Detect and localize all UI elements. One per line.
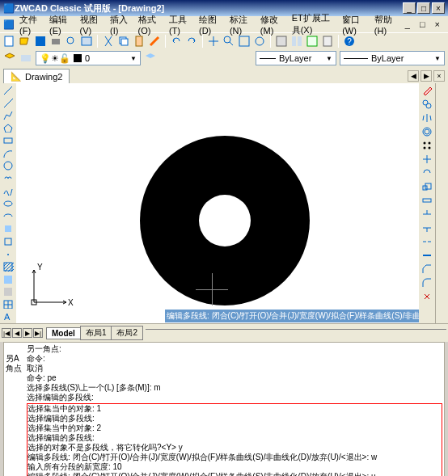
- pline-icon[interactable]: [2, 110, 14, 120]
- doc-min[interactable]: _: [400, 18, 415, 31]
- doc-close[interactable]: ×: [430, 18, 445, 31]
- tab-layout2[interactable]: 布局2: [111, 326, 143, 340]
- stretch-icon[interactable]: [421, 195, 433, 206]
- line-icon[interactable]: [2, 85, 14, 95]
- vertical-scrollbar[interactable]: [435, 83, 448, 323]
- zoom-icon[interactable]: [222, 35, 235, 48]
- fillet-icon[interactable]: [421, 277, 433, 289]
- menu-file[interactable]: 文件(F): [15, 12, 44, 37]
- doc-max[interactable]: □: [415, 18, 430, 31]
- save-icon[interactable]: [34, 35, 47, 48]
- cut-icon[interactable]: [102, 35, 115, 48]
- menu-dim[interactable]: 标注(N): [225, 12, 256, 37]
- menu-draw[interactable]: 绘图(D): [194, 12, 225, 37]
- layer-state-icon[interactable]: [19, 52, 32, 65]
- minimize-button[interactable]: _: [403, 2, 416, 14]
- dropdown-icon: ▼: [130, 55, 137, 62]
- trim-icon[interactable]: [421, 209, 433, 220]
- toolpal-icon[interactable]: [306, 35, 319, 48]
- break-icon[interactable]: [421, 236, 433, 247]
- publish-icon[interactable]: [80, 35, 93, 48]
- move-icon[interactable]: [421, 154, 433, 165]
- zoomprev-icon[interactable]: [253, 35, 266, 48]
- close-button[interactable]: ×: [432, 2, 445, 14]
- xline-icon[interactable]: [2, 98, 14, 108]
- cmd-line: 另一角点:: [27, 344, 442, 354]
- menu-format[interactable]: 格式(O): [133, 12, 164, 37]
- tab-next[interactable]: ▶: [421, 70, 432, 82]
- chamfer-icon[interactable]: [421, 263, 433, 275]
- polygon-icon[interactable]: [2, 123, 14, 133]
- mtext-icon[interactable]: A: [2, 311, 14, 322]
- menu-view[interactable]: 视图(V): [75, 12, 106, 37]
- undo-icon[interactable]: [170, 35, 183, 48]
- copy2-icon[interactable]: [421, 99, 433, 110]
- preview-icon[interactable]: [65, 35, 78, 48]
- point-icon[interactable]: [2, 249, 14, 259]
- maximize-button[interactable]: □: [417, 2, 430, 14]
- props-icon[interactable]: [275, 35, 288, 48]
- menu-edit[interactable]: 编辑(E): [44, 12, 75, 37]
- scale-icon[interactable]: [421, 181, 433, 192]
- extend-icon[interactable]: [421, 222, 433, 234]
- menu-et[interactable]: ET扩展工具(X): [287, 11, 338, 38]
- new-icon[interactable]: [3, 35, 16, 48]
- print-icon[interactable]: [49, 35, 62, 48]
- menu-help[interactable]: 帮助(H): [370, 12, 400, 37]
- menu-modify[interactable]: 修改(M): [256, 12, 287, 37]
- zoomwin-icon[interactable]: [238, 35, 251, 48]
- tab-layout1[interactable]: 布局1: [80, 326, 112, 340]
- join-icon[interactable]: [421, 250, 433, 261]
- rotate-icon[interactable]: [421, 167, 433, 179]
- circle-icon[interactable]: [2, 160, 14, 171]
- table-icon[interactable]: [2, 299, 14, 310]
- svg-point-20: [4, 162, 12, 170]
- drawing-canvas[interactable]: Y X 编辑多段线: 闭合(C)/打开(O)/合并(J)/宽度(W)/拟合(F)…: [16, 83, 419, 323]
- linetype-combo[interactable]: ByLayer ▼: [256, 51, 336, 65]
- tab-model[interactable]: Model: [46, 327, 81, 339]
- copy-icon[interactable]: [117, 35, 130, 48]
- block-icon[interactable]: [2, 236, 14, 246]
- horizontal-scrollbar[interactable]: [146, 329, 446, 337]
- explode-icon[interactable]: [421, 291, 433, 302]
- tab-prev[interactable]: ◀: [12, 328, 22, 338]
- insert-icon[interactable]: [2, 223, 14, 234]
- tab-drawing2[interactable]: 📐 Drawing2: [3, 69, 70, 83]
- lineweight-combo[interactable]: ByLayer ▼: [340, 51, 445, 65]
- redo-icon[interactable]: [185, 35, 198, 48]
- tab-prev[interactable]: ◀: [408, 70, 419, 82]
- spline-icon[interactable]: [2, 186, 14, 196]
- paste-icon[interactable]: [133, 35, 146, 48]
- layer-prev-icon[interactable]: [144, 52, 157, 65]
- layer-mgr-icon[interactable]: [3, 52, 16, 65]
- arc-icon[interactable]: [2, 148, 14, 158]
- tab-last[interactable]: ▶|: [33, 328, 43, 338]
- region-icon[interactable]: [2, 286, 14, 297]
- help-icon[interactable]: ?: [343, 35, 356, 48]
- svg-rect-2: [52, 39, 60, 44]
- array-icon[interactable]: [421, 140, 433, 151]
- matchprop-icon[interactable]: [148, 35, 161, 48]
- hatch-icon[interactable]: [2, 261, 14, 272]
- ellipsearc-icon[interactable]: [2, 211, 14, 221]
- gradient-icon[interactable]: [2, 274, 14, 284]
- ellipse-icon[interactable]: [2, 198, 14, 209]
- menu-window[interactable]: 窗口(W): [337, 12, 370, 37]
- tab-close[interactable]: ×: [433, 70, 445, 82]
- mirror-icon[interactable]: [421, 112, 433, 124]
- tab-first[interactable]: |◀: [2, 328, 11, 338]
- menu-insert[interactable]: 插入(I): [105, 12, 133, 37]
- offset-icon[interactable]: [421, 126, 433, 137]
- rect-icon[interactable]: [2, 135, 14, 145]
- tab-next[interactable]: ▶: [23, 328, 32, 338]
- open-icon[interactable]: [19, 35, 32, 48]
- command-history[interactable]: 另A角点 另一角点: 命令: 取消 命令: pe 选择多段线(S)\上一个(L)…: [3, 342, 445, 476]
- linetype-preview: [260, 58, 276, 59]
- layer-combo[interactable]: 💡 ☀ 🔓 0 ▼: [36, 51, 141, 65]
- designctr-icon[interactable]: [290, 35, 303, 48]
- menu-tools[interactable]: 工具(T): [164, 12, 194, 37]
- revcloud-icon[interactable]: [2, 173, 14, 183]
- erase-icon[interactable]: [421, 85, 433, 96]
- calc-icon[interactable]: [321, 35, 334, 48]
- pan-icon[interactable]: [207, 35, 220, 48]
